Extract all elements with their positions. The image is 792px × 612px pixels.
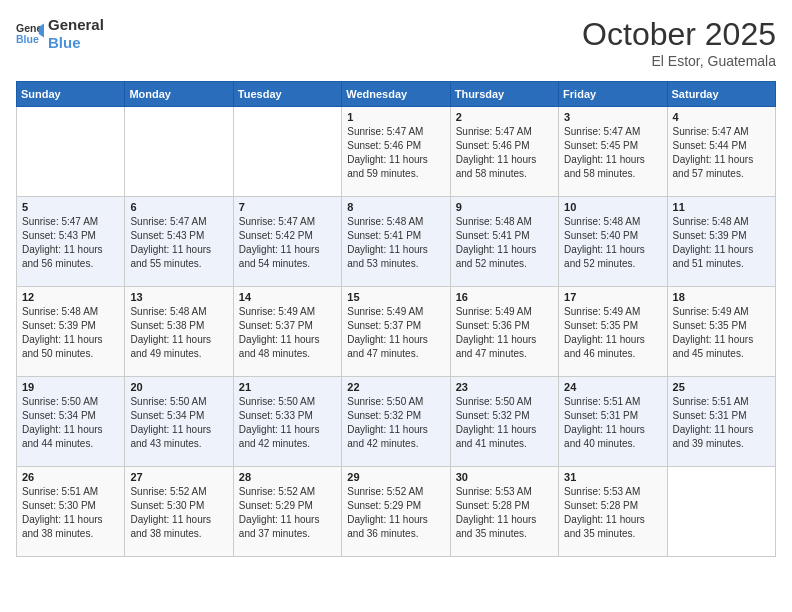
day-number: 20 — [130, 381, 227, 393]
day-info: Sunrise: 5:49 AM Sunset: 5:35 PM Dayligh… — [564, 305, 661, 361]
calendar-cell: 10Sunrise: 5:48 AM Sunset: 5:40 PM Dayli… — [559, 197, 667, 287]
calendar-cell: 19Sunrise: 5:50 AM Sunset: 5:34 PM Dayli… — [17, 377, 125, 467]
calendar-cell: 3Sunrise: 5:47 AM Sunset: 5:45 PM Daylig… — [559, 107, 667, 197]
day-info: Sunrise: 5:51 AM Sunset: 5:31 PM Dayligh… — [564, 395, 661, 451]
day-number: 16 — [456, 291, 553, 303]
calendar-cell: 25Sunrise: 5:51 AM Sunset: 5:31 PM Dayli… — [667, 377, 775, 467]
day-info: Sunrise: 5:53 AM Sunset: 5:28 PM Dayligh… — [564, 485, 661, 541]
day-number: 24 — [564, 381, 661, 393]
day-number: 10 — [564, 201, 661, 213]
day-number: 7 — [239, 201, 336, 213]
logo-icon: General Blue — [16, 20, 44, 48]
calendar-cell: 12Sunrise: 5:48 AM Sunset: 5:39 PM Dayli… — [17, 287, 125, 377]
day-number: 23 — [456, 381, 553, 393]
day-info: Sunrise: 5:47 AM Sunset: 5:44 PM Dayligh… — [673, 125, 770, 181]
calendar-cell: 26Sunrise: 5:51 AM Sunset: 5:30 PM Dayli… — [17, 467, 125, 557]
day-info: Sunrise: 5:49 AM Sunset: 5:36 PM Dayligh… — [456, 305, 553, 361]
calendar-cell: 17Sunrise: 5:49 AM Sunset: 5:35 PM Dayli… — [559, 287, 667, 377]
weekday-header: Tuesday — [233, 82, 341, 107]
day-number: 26 — [22, 471, 119, 483]
calendar-cell: 20Sunrise: 5:50 AM Sunset: 5:34 PM Dayli… — [125, 377, 233, 467]
day-info: Sunrise: 5:48 AM Sunset: 5:40 PM Dayligh… — [564, 215, 661, 271]
location: El Estor, Guatemala — [582, 53, 776, 69]
day-number: 4 — [673, 111, 770, 123]
day-number: 29 — [347, 471, 444, 483]
day-info: Sunrise: 5:48 AM Sunset: 5:39 PM Dayligh… — [673, 215, 770, 271]
day-info: Sunrise: 5:53 AM Sunset: 5:28 PM Dayligh… — [456, 485, 553, 541]
calendar-cell: 2Sunrise: 5:47 AM Sunset: 5:46 PM Daylig… — [450, 107, 558, 197]
calendar-cell — [667, 467, 775, 557]
day-number: 28 — [239, 471, 336, 483]
calendar-cell: 29Sunrise: 5:52 AM Sunset: 5:29 PM Dayli… — [342, 467, 450, 557]
day-info: Sunrise: 5:51 AM Sunset: 5:30 PM Dayligh… — [22, 485, 119, 541]
day-info: Sunrise: 5:50 AM Sunset: 5:32 PM Dayligh… — [456, 395, 553, 451]
calendar-cell: 18Sunrise: 5:49 AM Sunset: 5:35 PM Dayli… — [667, 287, 775, 377]
day-info: Sunrise: 5:49 AM Sunset: 5:37 PM Dayligh… — [239, 305, 336, 361]
calendar-cell: 7Sunrise: 5:47 AM Sunset: 5:42 PM Daylig… — [233, 197, 341, 287]
day-number: 2 — [456, 111, 553, 123]
day-number: 21 — [239, 381, 336, 393]
calendar-cell: 22Sunrise: 5:50 AM Sunset: 5:32 PM Dayli… — [342, 377, 450, 467]
calendar-cell: 16Sunrise: 5:49 AM Sunset: 5:36 PM Dayli… — [450, 287, 558, 377]
weekday-header: Wednesday — [342, 82, 450, 107]
logo-line1: General — [48, 16, 104, 34]
calendar-cell: 23Sunrise: 5:50 AM Sunset: 5:32 PM Dayli… — [450, 377, 558, 467]
logo: General Blue General Blue — [16, 16, 104, 52]
calendar-cell: 31Sunrise: 5:53 AM Sunset: 5:28 PM Dayli… — [559, 467, 667, 557]
day-number: 30 — [456, 471, 553, 483]
weekday-header: Friday — [559, 82, 667, 107]
day-info: Sunrise: 5:48 AM Sunset: 5:38 PM Dayligh… — [130, 305, 227, 361]
day-number: 11 — [673, 201, 770, 213]
day-info: Sunrise: 5:49 AM Sunset: 5:37 PM Dayligh… — [347, 305, 444, 361]
day-info: Sunrise: 5:52 AM Sunset: 5:29 PM Dayligh… — [239, 485, 336, 541]
day-info: Sunrise: 5:52 AM Sunset: 5:30 PM Dayligh… — [130, 485, 227, 541]
day-info: Sunrise: 5:50 AM Sunset: 5:33 PM Dayligh… — [239, 395, 336, 451]
day-info: Sunrise: 5:47 AM Sunset: 5:45 PM Dayligh… — [564, 125, 661, 181]
day-number: 18 — [673, 291, 770, 303]
day-info: Sunrise: 5:47 AM Sunset: 5:42 PM Dayligh… — [239, 215, 336, 271]
day-number: 25 — [673, 381, 770, 393]
weekday-header: Sunday — [17, 82, 125, 107]
calendar-cell — [233, 107, 341, 197]
calendar-cell: 9Sunrise: 5:48 AM Sunset: 5:41 PM Daylig… — [450, 197, 558, 287]
calendar-cell: 30Sunrise: 5:53 AM Sunset: 5:28 PM Dayli… — [450, 467, 558, 557]
calendar-cell: 5Sunrise: 5:47 AM Sunset: 5:43 PM Daylig… — [17, 197, 125, 287]
calendar-cell: 6Sunrise: 5:47 AM Sunset: 5:43 PM Daylig… — [125, 197, 233, 287]
calendar-cell — [125, 107, 233, 197]
day-number: 13 — [130, 291, 227, 303]
day-number: 14 — [239, 291, 336, 303]
day-number: 3 — [564, 111, 661, 123]
calendar-cell: 11Sunrise: 5:48 AM Sunset: 5:39 PM Dayli… — [667, 197, 775, 287]
day-number: 15 — [347, 291, 444, 303]
logo-line2: Blue — [48, 34, 104, 52]
weekday-header: Monday — [125, 82, 233, 107]
day-info: Sunrise: 5:48 AM Sunset: 5:41 PM Dayligh… — [347, 215, 444, 271]
calendar-cell: 1Sunrise: 5:47 AM Sunset: 5:46 PM Daylig… — [342, 107, 450, 197]
calendar-cell — [17, 107, 125, 197]
calendar-cell: 8Sunrise: 5:48 AM Sunset: 5:41 PM Daylig… — [342, 197, 450, 287]
day-info: Sunrise: 5:50 AM Sunset: 5:34 PM Dayligh… — [130, 395, 227, 451]
calendar-cell: 14Sunrise: 5:49 AM Sunset: 5:37 PM Dayli… — [233, 287, 341, 377]
day-number: 19 — [22, 381, 119, 393]
calendar-header: SundayMondayTuesdayWednesdayThursdayFrid… — [17, 82, 776, 107]
calendar-cell: 13Sunrise: 5:48 AM Sunset: 5:38 PM Dayli… — [125, 287, 233, 377]
calendar-cell: 15Sunrise: 5:49 AM Sunset: 5:37 PM Dayli… — [342, 287, 450, 377]
day-info: Sunrise: 5:47 AM Sunset: 5:43 PM Dayligh… — [22, 215, 119, 271]
day-number: 31 — [564, 471, 661, 483]
day-number: 9 — [456, 201, 553, 213]
weekday-header: Saturday — [667, 82, 775, 107]
page-header: General Blue General Blue October 2025 E… — [16, 16, 776, 69]
calendar-cell: 27Sunrise: 5:52 AM Sunset: 5:30 PM Dayli… — [125, 467, 233, 557]
svg-text:Blue: Blue — [16, 33, 39, 45]
title-block: October 2025 El Estor, Guatemala — [582, 16, 776, 69]
calendar-cell: 28Sunrise: 5:52 AM Sunset: 5:29 PM Dayli… — [233, 467, 341, 557]
day-number: 17 — [564, 291, 661, 303]
day-info: Sunrise: 5:49 AM Sunset: 5:35 PM Dayligh… — [673, 305, 770, 361]
calendar-cell: 4Sunrise: 5:47 AM Sunset: 5:44 PM Daylig… — [667, 107, 775, 197]
calendar-cell: 24Sunrise: 5:51 AM Sunset: 5:31 PM Dayli… — [559, 377, 667, 467]
day-info: Sunrise: 5:47 AM Sunset: 5:46 PM Dayligh… — [456, 125, 553, 181]
day-info: Sunrise: 5:47 AM Sunset: 5:46 PM Dayligh… — [347, 125, 444, 181]
month-title: October 2025 — [582, 16, 776, 53]
calendar-cell: 21Sunrise: 5:50 AM Sunset: 5:33 PM Dayli… — [233, 377, 341, 467]
day-info: Sunrise: 5:50 AM Sunset: 5:32 PM Dayligh… — [347, 395, 444, 451]
